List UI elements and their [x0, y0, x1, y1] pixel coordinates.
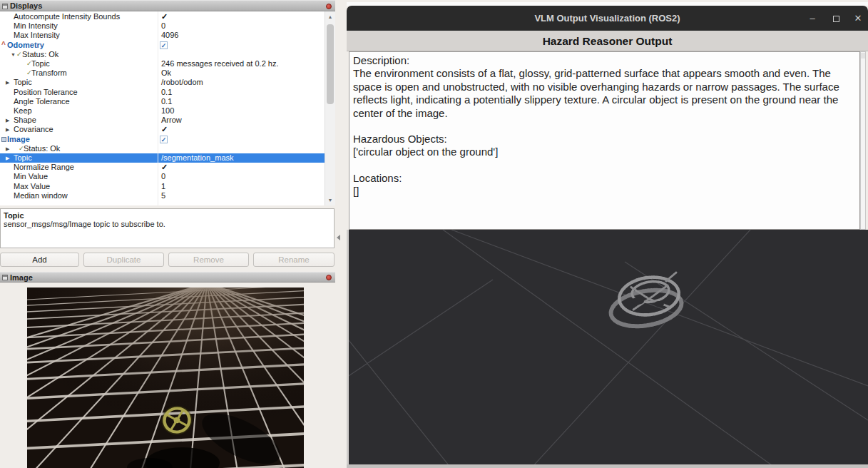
dock-icon [2, 275, 8, 280]
tree-row-covariance[interactable]: ▶Covariance✓ [0, 125, 325, 134]
tree-row-topic[interactable]: ▶Topic/robot/odom [0, 78, 325, 87]
arrow-right-icon[interactable]: ▶ [6, 78, 9, 87]
tree-row-max-value[interactable]: Max Value1 [0, 182, 325, 191]
camera-image [27, 288, 304, 468]
row-label: Shape [14, 116, 36, 125]
window-bottom-edge [347, 464, 868, 468]
row-value[interactable]: /segmentation_mask [161, 153, 234, 163]
row-value[interactable]: 0.1 [161, 97, 172, 106]
row-label: Min Value [14, 172, 48, 181]
row-label: Max Value [14, 182, 50, 191]
tree-row-shape[interactable]: ▶ShapeArrow [0, 116, 325, 125]
tree-row-position-tolerance[interactable]: Position Tolerance0.1 [0, 88, 325, 97]
row-label: Status: Ok [24, 144, 60, 153]
close-icon[interactable]: ✕ [849, 6, 867, 31]
3d-viewport[interactable] [347, 230, 868, 464]
tree-row-normalize-range[interactable]: Normalize Range✓ [0, 163, 325, 172]
scroll-down-icon[interactable]: ▼ [325, 195, 335, 205]
tree-row-min-value[interactable]: Min Value0 [0, 172, 325, 181]
row-value[interactable]: 0 [161, 172, 165, 181]
arrow-right-icon[interactable]: ▶ [6, 153, 9, 163]
panel-record-icon[interactable] [326, 4, 332, 9]
row-label: Max Intensity [14, 31, 60, 40]
branch-square-icon [1, 137, 6, 142]
row-value[interactable]: /robot/odom [161, 78, 203, 87]
row-label: Keep [14, 106, 32, 116]
property-help-box: Topic sensor_msgs/msg/Image topic to sub… [0, 208, 335, 248]
row-value[interactable]: 5 [161, 191, 165, 200]
tree-row-autocompute-intensity-bounds[interactable]: Autocompute Intensity Bounds✓ [0, 12, 325, 21]
tree-scrollbar-thumb[interactable] [327, 24, 334, 104]
image-panel-title: Image [10, 273, 33, 283]
vlm-window-titlebar[interactable]: VLM Output Visualization (ROS2) – ✕ [347, 6, 868, 31]
tree-row-status-ok[interactable]: ▼✓Status: Ok [0, 50, 325, 59]
checkmark-icon[interactable]: ✓ [161, 12, 168, 21]
rename-button[interactable]: Rename [253, 253, 335, 267]
hazard-output-text[interactable]: Description: The environment consists of… [349, 51, 860, 230]
vlm-window-title: VLM Output Visualization (ROS2) [534, 13, 680, 24]
hazardous-objects-label: Hazardous Objects: [353, 133, 857, 146]
row-value[interactable]: 246 messages received at 0.2 hz. [161, 59, 278, 68]
duplicate-button[interactable]: Duplicate [83, 253, 164, 267]
row-label: Status: Ok [22, 50, 58, 59]
row-label: Topic [14, 78, 32, 87]
row-label: Angle Tolerance [14, 97, 70, 106]
row-value[interactable]: 1 [161, 182, 165, 191]
tree-row-topic[interactable]: ▶Topic/segmentation_mask [0, 153, 325, 163]
image-panel-header[interactable]: Image [0, 272, 335, 283]
row-value[interactable]: 100 [161, 106, 174, 116]
minimize-icon[interactable]: – [804, 6, 821, 31]
tree-scrollbar[interactable]: ▲ ▼ [325, 11, 335, 205]
row-label: Image [7, 135, 30, 144]
caret-up-icon[interactable]: ^ [1, 40, 6, 49]
remove-button[interactable]: Remove [168, 253, 249, 267]
pointcloud-object [608, 273, 685, 331]
row-value[interactable]: Ok [161, 68, 171, 78]
arrow-right-icon[interactable]: ▶ [6, 144, 9, 153]
tree-row-median-window[interactable]: Median window5 [0, 191, 325, 200]
viewport-scene [347, 230, 868, 464]
tree-row-max-intensity[interactable]: Max Intensity4096 [0, 31, 325, 40]
row-value[interactable]: 4096 [161, 31, 178, 40]
arrow-right-icon[interactable]: ▶ [6, 116, 9, 125]
scroll-up-icon[interactable] [861, 53, 865, 58]
row-value[interactable]: 0.1 [161, 88, 172, 97]
row-label: Transform [31, 68, 67, 78]
checkmark-icon[interactable]: ✓ [161, 125, 168, 134]
add-button[interactable]: Add [0, 253, 79, 267]
row-label: Position Tolerance [14, 88, 78, 97]
displays-panel-header[interactable]: Displays [0, 0, 335, 11]
tree-row-odometry[interactable]: ^Odometry✓ [0, 41, 325, 50]
row-label: Topic [14, 153, 32, 163]
window-left-edge [347, 230, 349, 464]
locations-list: [] [353, 185, 857, 198]
output-scrollbar[interactable] [860, 51, 866, 230]
row-label: Topic [31, 59, 50, 68]
splitter-collapse-icon[interactable] [337, 235, 340, 240]
tree-row-status-ok[interactable]: ▶✓Status: Ok [0, 144, 325, 153]
tree-row-transform[interactable]: ✓TransformOk [0, 68, 325, 78]
row-value[interactable]: Arrow [161, 116, 182, 125]
scroll-up-icon[interactable]: ▲ [325, 12, 335, 21]
tree-row-image[interactable]: Image✓ [0, 135, 325, 144]
check-green-icon: ✓ [16, 50, 22, 59]
hazardous-objects-list: ['circular object on the ground'] [353, 146, 857, 158]
enabled-checkbox[interactable]: ✓ [160, 41, 168, 49]
row-label: Median window [14, 191, 68, 200]
help-title: Topic [4, 211, 331, 220]
row-label: Odometry [7, 41, 44, 50]
checkmark-icon[interactable]: ✓ [161, 163, 168, 172]
row-value[interactable]: 0 [161, 21, 165, 31]
enabled-checkbox[interactable]: ✓ [160, 136, 168, 143]
maximize-icon[interactable] [827, 6, 844, 31]
tree-column-divider [158, 11, 158, 205]
arrow-down-icon[interactable]: ▼ [11, 50, 16, 59]
displays-tree[interactable]: Autocompute Intensity Bounds✓Min Intensi… [0, 11, 325, 205]
tree-row-angle-tolerance[interactable]: Angle Tolerance0.1 [0, 97, 325, 106]
tree-row-topic[interactable]: ✓Topic246 messages received at 0.2 hz. [0, 59, 325, 68]
tree-row-min-intensity[interactable]: Min Intensity0 [0, 21, 325, 31]
panel-record-icon[interactable] [326, 275, 332, 280]
arrow-right-icon[interactable]: ▶ [6, 125, 9, 134]
displays-panel-title: Displays [10, 1, 42, 11]
tree-row-keep[interactable]: Keep100 [0, 106, 325, 116]
